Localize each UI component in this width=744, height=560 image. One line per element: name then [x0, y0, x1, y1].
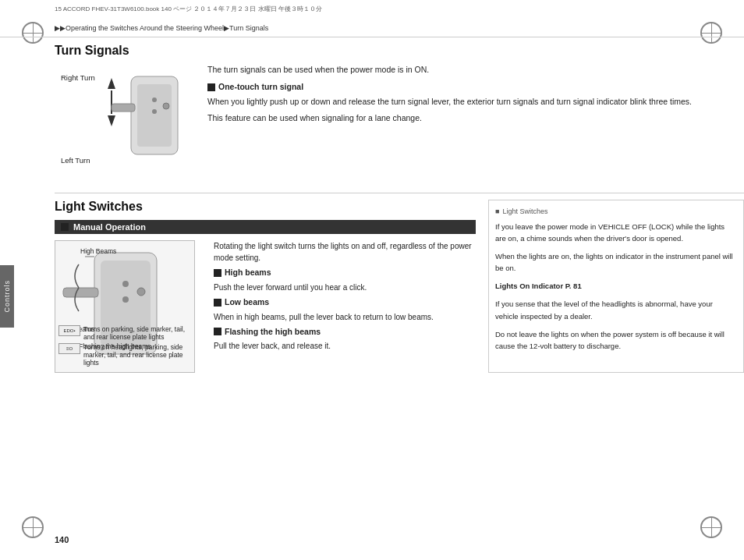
steering-column-svg — [108, 69, 193, 170]
turn-signals-title: Turn Signals — [55, 44, 744, 58]
right-para-2: When the lights are on, the lights on in… — [495, 250, 737, 274]
light-intro: Rotating the light switch turns the ligh… — [214, 240, 476, 264]
turn-signals-content: Right Turn Left Turn — [55, 64, 744, 177]
feature-text: This feature can be used when signaling … — [207, 112, 744, 125]
side-tab: Controls — [0, 265, 14, 328]
flashing-text: Pull the lever back, and release it. — [214, 340, 476, 352]
main-content: Turn Signals Right Turn Left Turn — [14, 37, 744, 521]
legend-item-2: ≡O Turns on headlights, parking, side ma… — [58, 343, 191, 367]
one-touch-text: When you lightly push up or down and rel… — [207, 96, 744, 108]
bullet-high — [214, 269, 221, 277]
turn-signals-text: The turn signals can be used when the po… — [207, 64, 744, 177]
svg-point-12 — [137, 288, 145, 296]
one-touch-heading: One-touch turn signal — [207, 81, 744, 94]
light-switches-section: Light Switches Manual Operation High Bea… — [55, 200, 744, 373]
subtitle-bullet — [61, 223, 69, 231]
svg-point-3 — [152, 97, 157, 102]
bullet-flash — [214, 328, 221, 335]
right-panel: ■ Light Switches If you leave the power … — [488, 200, 744, 373]
right-para-4: Do not leave the lights on when the powe… — [495, 328, 737, 352]
breadcrumb: ▶▶Operating the Switches Around the Stee… — [55, 24, 268, 32]
note-icon: ■ — [495, 207, 499, 218]
legend-item-1: EDO• Turns on parking, side marker, tail… — [58, 325, 191, 341]
svg-point-5 — [163, 103, 169, 109]
turn-diagram: Right Turn Left Turn — [55, 64, 195, 177]
light-legend: EDO• Turns on parking, side marker, tail… — [58, 325, 191, 369]
section-divider — [55, 193, 744, 193]
svg-rect-2 — [112, 104, 135, 112]
page-number: 140 — [55, 535, 69, 544]
svg-rect-8 — [63, 288, 98, 297]
svg-point-4 — [152, 109, 157, 114]
svg-point-10 — [122, 281, 129, 287]
turn-intro: The turn signals can be used when the po… — [207, 64, 744, 76]
manual-operation-subtitle: Manual Operation — [55, 220, 476, 234]
right-panel-text: If you leave the power mode in VEHICLE O… — [495, 221, 737, 353]
top-header: 15 ACCORD FHEV-31T3W6100.book 140 ページ ２０… — [0, 0, 744, 37]
bullet-low — [214, 299, 221, 307]
high-beams-text: Push the lever forward until you hear a … — [214, 282, 476, 293]
right-para-1: If you leave the power mode in VEHICLE O… — [495, 221, 737, 244]
high-beams-label: High Beams — [80, 247, 116, 255]
right-para-3: If you sense that the level of the headl… — [495, 298, 737, 321]
file-info: 15 ACCORD FHEV-31T3W6100.book 140 ページ ２０… — [55, 5, 322, 13]
legend-icon-2: ≡O — [58, 343, 80, 354]
left-turn-label: Left Turn — [61, 156, 90, 165]
light-switches-content: High Beams Low Beams Flashing the high b… — [55, 240, 476, 373]
legend-text-1: Turns on parking, side marker, tail, and… — [83, 325, 191, 341]
right-link: Lights On Indicator P. 81 — [495, 280, 737, 292]
light-switches-title: Light Switches — [55, 200, 476, 214]
legend-text-2: Turns on headlights, parking, side marke… — [83, 343, 191, 367]
low-beams-heading: Low beams — [214, 296, 476, 309]
svg-point-11 — [122, 296, 129, 303]
low-beams-text: When in high beams, pull the lever back … — [214, 311, 476, 323]
right-turn-label: Right Turn — [61, 73, 95, 82]
turn-signals-section: Turn Signals Right Turn Left Turn — [55, 44, 744, 186]
light-diagram: High Beams Low Beams Flashing the high b… — [55, 240, 195, 373]
note-title: ■ Light Switches — [495, 207, 737, 218]
high-beams-heading: High beams — [214, 267, 476, 279]
legend-icon-1: EDO• — [58, 325, 80, 336]
flashing-heading: Flashing the high beams — [214, 326, 476, 338]
light-switches-text: Rotating the light switch turns the ligh… — [214, 240, 476, 373]
bullet-icon — [207, 83, 215, 91]
svg-rect-1 — [137, 84, 172, 147]
side-tab-label: Controls — [3, 280, 11, 313]
light-switches-left: Light Switches Manual Operation High Bea… — [55, 200, 476, 373]
